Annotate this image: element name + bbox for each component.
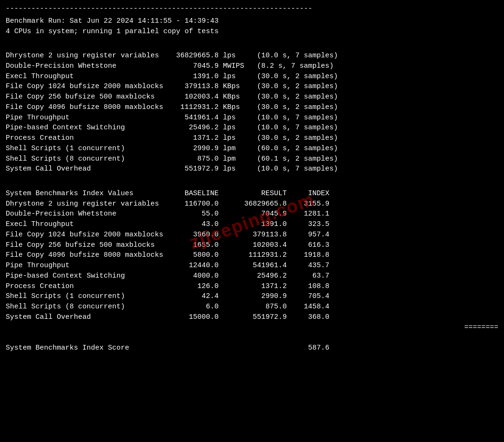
index-header-row: System Benchmarks Index Values BASELINE … bbox=[6, 189, 498, 199]
benchmark-row: Double-Precision Whetstone 7045.9 MWIPS … bbox=[6, 61, 498, 72]
score-section: System Benchmarks Index Score 587.6 bbox=[6, 343, 498, 353]
header-line2: 4 CPUs in system; running 1 parallel cop… bbox=[6, 27, 498, 37]
benchmark-row: Pipe Throughput 541961.4 lps (10.0 s, 7 … bbox=[6, 113, 498, 123]
benchmark-row: File Copy 4096 bufsize 8000 maxblocks 11… bbox=[6, 102, 498, 113]
benchmark-row: File Copy 1024 bufsize 2000 maxblocks 37… bbox=[6, 81, 498, 92]
index-row: Dhrystone 2 using register variables 116… bbox=[6, 199, 498, 209]
index-row: Execl Throughput 43.0 1391.0 323.5 bbox=[6, 219, 498, 230]
index-row: Shell Scripts (8 concurrent) 6.0 875.0 1… bbox=[6, 302, 498, 312]
index-section: System Benchmarks Index Values BASELINE … bbox=[6, 189, 498, 333]
benchmarks-section: Dhrystone 2 using register variables 368… bbox=[6, 51, 498, 174]
benchmark-row: Dhrystone 2 using register variables 368… bbox=[6, 51, 498, 61]
benchmark-row: File Copy 256 bufsize 500 maxblocks 1020… bbox=[6, 92, 498, 102]
score-line: System Benchmarks Index Score 587.6 bbox=[6, 343, 498, 353]
header-line1: Benchmark Run: Sat Jun 22 2024 14:11:55 … bbox=[6, 16, 498, 27]
separator: ----------------------------------------… bbox=[6, 4, 498, 14]
index-row: File Copy 1024 bufsize 2000 maxblocks 39… bbox=[6, 230, 498, 240]
index-row: File Copy 4096 bufsize 8000 maxblocks 58… bbox=[6, 250, 498, 261]
index-row: Pipe Throughput 12440.0 541961.4 435.7 bbox=[6, 261, 498, 271]
index-row: Double-Precision Whetstone 55.0 7045.9 1… bbox=[6, 209, 498, 219]
index-row: Pipe-based Context Switching 4000.0 2549… bbox=[6, 271, 498, 281]
index-row: File Copy 256 bufsize 500 maxblocks 1655… bbox=[6, 240, 498, 251]
benchmark-row: Execl Throughput 1391.0 lps (30.0 s, 2 s… bbox=[6, 72, 498, 82]
index-row: Shell Scripts (1 concurrent) 42.4 2990.9… bbox=[6, 291, 498, 302]
benchmark-row: Pipe-based Context Switching 25496.2 lps… bbox=[6, 123, 498, 133]
benchmark-row: Shell Scripts (8 concurrent) 875.0 lpm (… bbox=[6, 154, 498, 164]
benchmark-row: Process Creation 1371.2 lps (30.0 s, 2 s… bbox=[6, 133, 498, 144]
index-row: Process Creation 126.0 1371.2 108.8 bbox=[6, 281, 498, 292]
header-section: Benchmark Run: Sat Jun 22 2024 14:11:55 … bbox=[6, 16, 498, 37]
index-row: System Call Overhead 15000.0 551972.9 36… bbox=[6, 312, 498, 323]
equals-line: ======== bbox=[6, 323, 498, 333]
benchmark-row: Shell Scripts (1 concurrent) 2990.9 lpm … bbox=[6, 144, 498, 154]
empty-line3 bbox=[6, 333, 498, 343]
benchmark-row: System Call Overhead 551972.9 lps (10.0 … bbox=[6, 164, 498, 174]
empty-line1 bbox=[6, 40, 498, 51]
empty-line2 bbox=[6, 178, 498, 189]
